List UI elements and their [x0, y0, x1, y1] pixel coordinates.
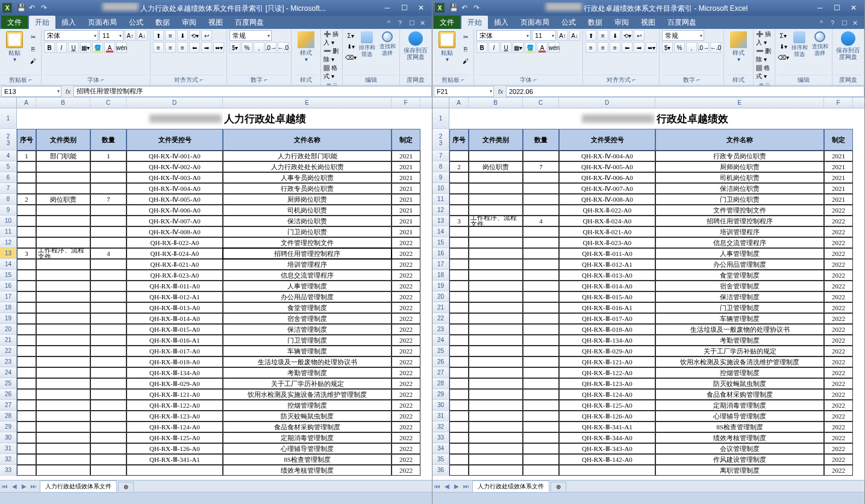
- col-header-F[interactable]: F: [824, 98, 853, 108]
- cell-C28[interactable]: [90, 411, 126, 422]
- cell-F27[interactable]: 2022: [392, 400, 420, 411]
- cell-C7[interactable]: [90, 183, 126, 194]
- cell-A24[interactable]: [449, 335, 469, 346]
- cell-B11[interactable]: [469, 194, 523, 205]
- col-header-D[interactable]: D: [559, 98, 655, 108]
- row-header-16[interactable]: 16: [0, 281, 17, 291]
- align-left-button[interactable]: ≡: [153, 42, 164, 53]
- cell-C18[interactable]: [90, 302, 126, 313]
- col-header-A[interactable]: A: [17, 98, 36, 108]
- cell-D23[interactable]: QH-RX-Ⅲ-018-A0: [126, 356, 223, 367]
- cell-F36[interactable]: 2022: [824, 465, 853, 476]
- row-header-19[interactable]: 19: [0, 313, 17, 324]
- sheet-nav-prev[interactable]: ◀: [10, 483, 19, 490]
- cell-E33[interactable]: 绩效考核管理制度: [655, 432, 824, 443]
- cell-B21[interactable]: [469, 302, 523, 313]
- cell-E31[interactable]: 心理辅导管理制度: [223, 443, 392, 454]
- cell-F31[interactable]: 2022: [392, 443, 420, 454]
- cell-C12[interactable]: [523, 205, 559, 216]
- cell-C15[interactable]: [90, 270, 126, 281]
- cell-C13[interactable]: 4: [90, 248, 126, 259]
- row-header-10[interactable]: 10: [0, 216, 17, 226]
- comma-button[interactable]: ,: [686, 42, 697, 53]
- row-header-1[interactable]: 1: [432, 108, 449, 129]
- cell-B14[interactable]: [469, 226, 523, 237]
- row-header-13[interactable]: 13: [0, 248, 17, 259]
- find-select-button[interactable]: 查找和选择: [378, 30, 397, 57]
- row-header-4[interactable]: 4: [0, 151, 17, 161]
- cell-F20[interactable]: 2022: [392, 324, 420, 335]
- merge-button[interactable]: ⬌▾: [213, 42, 224, 53]
- cell-F13[interactable]: 2022: [392, 248, 420, 259]
- format-cells-button[interactable]: ▦ 格式 ▾: [756, 64, 772, 81]
- copy-button[interactable]: ⎘: [460, 43, 471, 54]
- cell-E30[interactable]: 定期消毒管理制度: [223, 432, 392, 443]
- cell-F28[interactable]: 2022: [824, 378, 853, 389]
- cell-A11[interactable]: [449, 194, 469, 205]
- ribbon-tab-7[interactable]: 百度网盘: [661, 16, 702, 29]
- cell-E11[interactable]: 门卫岗位职责: [655, 194, 824, 205]
- cell-A22[interactable]: [449, 313, 469, 324]
- cell-F13[interactable]: 2022: [824, 216, 853, 226]
- cell-A23[interactable]: [449, 324, 469, 335]
- cell-F33[interactable]: 2022: [824, 432, 853, 443]
- cell-A26[interactable]: [449, 356, 469, 367]
- underline-button[interactable]: U: [68, 42, 79, 53]
- cell-E21[interactable]: 门卫管理制度: [223, 335, 392, 346]
- cell-F32[interactable]: 2022: [392, 454, 420, 465]
- align-center-button[interactable]: ≡: [165, 42, 176, 53]
- cell-E9[interactable]: 司机岗位职责: [223, 205, 392, 216]
- row-header-16[interactable]: 16: [432, 248, 449, 259]
- cell-D9[interactable]: QH-RX-Ⅳ-006-A0: [559, 172, 655, 183]
- cell-B32[interactable]: [36, 454, 90, 465]
- cell-C20[interactable]: [90, 324, 126, 335]
- cell-D34[interactable]: QH-RX-Ⅲ-343-A0: [559, 443, 655, 454]
- cell-E29[interactable]: 食品食材采购管理制度: [655, 389, 824, 400]
- ribbon-tab-6[interactable]: 视图: [635, 16, 661, 29]
- cell-E27[interactable]: 控烟管理制度: [223, 400, 392, 411]
- cell-C14[interactable]: [523, 226, 559, 237]
- decrease-font-button[interactable]: A↓: [137, 30, 148, 41]
- cell-C24[interactable]: [523, 335, 559, 346]
- cell-E31[interactable]: 心理辅导管理制度: [655, 411, 824, 422]
- percent-button[interactable]: %: [674, 42, 685, 53]
- decrease-decimal-button[interactable]: ←.0: [710, 42, 721, 53]
- increase-decimal-button[interactable]: .0→: [266, 42, 276, 53]
- sheet-nav-prev[interactable]: ◀: [442, 483, 452, 490]
- cell-B30[interactable]: [36, 432, 90, 443]
- col-header-A[interactable]: A: [449, 98, 469, 108]
- cell-B28[interactable]: [469, 378, 523, 389]
- minimize-ribbon-icon[interactable]: ^: [820, 19, 829, 29]
- cell-E10[interactable]: 保洁岗位职责: [223, 216, 392, 226]
- cell-A31[interactable]: [449, 411, 469, 422]
- cell-D5[interactable]: QH-RX-Ⅳ-002-A0: [126, 161, 223, 172]
- cell-C32[interactable]: [523, 422, 559, 432]
- cell-F16[interactable]: 2022: [392, 281, 420, 291]
- row-header-21[interactable]: 21: [432, 302, 449, 313]
- cell-B23[interactable]: [469, 324, 523, 335]
- cell-A4[interactable]: 1: [17, 151, 36, 161]
- cell-B25[interactable]: [36, 378, 90, 389]
- cell-E21[interactable]: 门卫管理制度: [655, 302, 824, 313]
- cell-E27[interactable]: 控烟管理制度: [655, 367, 824, 378]
- cell-A32[interactable]: [449, 422, 469, 432]
- col-header-F[interactable]: F: [392, 98, 420, 108]
- cell-B12[interactable]: [36, 237, 90, 248]
- cell-B29[interactable]: [469, 389, 523, 400]
- align-bottom-button[interactable]: ⬇: [177, 30, 188, 41]
- cell-E14[interactable]: 培训管理程序: [223, 259, 392, 270]
- cell-E22[interactable]: 车辆管理制度: [655, 313, 824, 324]
- cell-B17[interactable]: [36, 291, 90, 302]
- cell-F31[interactable]: 2022: [824, 411, 853, 422]
- cell-F24[interactable]: 2022: [392, 367, 420, 378]
- cell-E9[interactable]: 司机岗位职责: [655, 172, 824, 183]
- select-all-corner[interactable]: [0, 98, 17, 108]
- cell-F9[interactable]: 2021: [824, 172, 853, 183]
- cell-D19[interactable]: QH-RX-Ⅲ-014-A0: [126, 313, 223, 324]
- row-header-20[interactable]: 20: [432, 291, 449, 302]
- cell-A11[interactable]: [17, 226, 36, 237]
- col-header-B[interactable]: B: [469, 98, 523, 108]
- cell-E25[interactable]: 关于工厂学历补贴的规定: [655, 346, 824, 356]
- align-right-button[interactable]: ≡: [177, 42, 188, 53]
- cell-F10[interactable]: 2021: [392, 216, 420, 226]
